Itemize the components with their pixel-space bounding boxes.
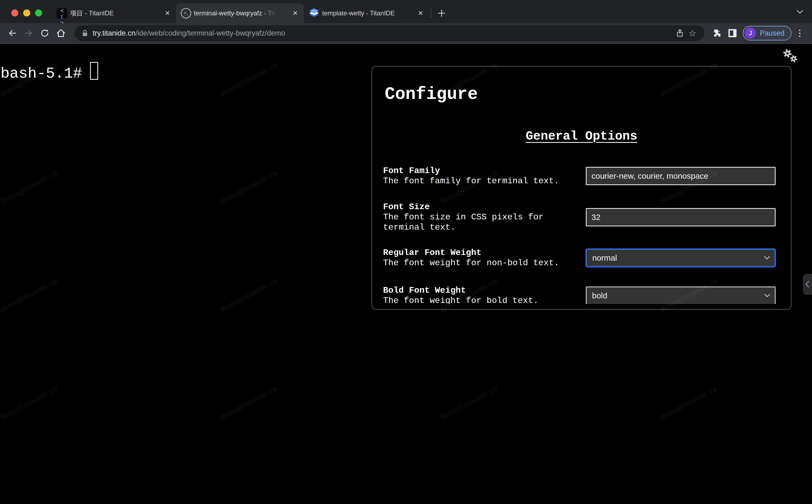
dialog-content: Configure General Options Font FamilyThe… xyxy=(372,67,791,304)
tab-search-button[interactable] xyxy=(795,8,804,17)
settings-button[interactable] xyxy=(781,48,800,65)
terminal-prompt: bash-5.1# xyxy=(1,65,82,82)
tab-template-wetty[interactable]: </> template-wetty - TitanIDE ✕ xyxy=(304,3,429,23)
chevron-left-icon xyxy=(804,280,810,288)
star-icon: ☆ xyxy=(689,28,696,38)
plus-icon xyxy=(437,9,446,18)
terminal-cursor xyxy=(90,62,98,80)
svg-text:</>: </> xyxy=(312,10,316,12)
tab-terminal-wetty[interactable]: >_ terminal-wetty-bwqryafz - Tita ✕ xyxy=(176,3,304,23)
browser-menu-button[interactable] xyxy=(794,27,805,40)
profile-status-badge: Paused xyxy=(760,29,785,37)
zoom-window-button[interactable] xyxy=(35,9,42,16)
field-row-regular-font-weight: Regular Font WeightThe font weight for n… xyxy=(383,248,776,268)
watermark-text: demo@titanide.cn xyxy=(218,276,279,314)
field-label-block: Regular Font WeightThe font weight for n… xyxy=(383,248,577,268)
field-row-font-family: Font FamilyThe font family for terminal … xyxy=(383,166,776,186)
watermark-text: demo@titanide.cn xyxy=(0,276,59,314)
share-icon xyxy=(676,29,684,37)
avatar: J xyxy=(745,27,756,39)
minimize-window-button[interactable] xyxy=(23,9,30,16)
field-select-bold-font-weight[interactable]: bold xyxy=(586,286,776,304)
terminal-circle-icon: >_ xyxy=(181,8,191,18)
share-button[interactable] xyxy=(674,27,686,39)
field-label: Font Size xyxy=(383,202,577,212)
tab-strip: <t> 项目 - TitanIDE ✕ >_ terminal-wetty-bw… xyxy=(0,0,812,23)
chevron-down-icon xyxy=(796,10,803,15)
watermark-text: demo@titanide.cn xyxy=(0,168,59,206)
address-bar[interactable]: try.titanide.cn/ide/web/coding/terminal-… xyxy=(74,25,704,41)
field-input-font-family[interactable] xyxy=(586,167,776,185)
tab-project-titanide[interactable]: <t> 项目 - TitanIDE ✕ xyxy=(52,3,176,23)
watermark-text: demo@titanide.cn xyxy=(0,384,59,422)
home-icon xyxy=(56,28,66,38)
close-tab-icon[interactable]: ✕ xyxy=(164,10,171,16)
tabs: <t> 项目 - TitanIDE ✕ >_ terminal-wetty-bw… xyxy=(52,3,449,23)
tab-title: template-wetty - TitanIDE xyxy=(322,9,395,17)
close-window-button[interactable] xyxy=(11,9,18,16)
kebab-dot xyxy=(799,36,800,37)
blue-layers-icon: </> xyxy=(309,8,319,19)
profile-chip[interactable]: J Paused xyxy=(743,26,792,40)
field-label-block: Bold Font WeightThe font weight for bold… xyxy=(383,285,577,304)
kebab-dot xyxy=(799,33,800,34)
lock-icon[interactable] xyxy=(81,29,88,37)
tab-title: 项目 - TitanIDE xyxy=(70,9,114,18)
home-button[interactable] xyxy=(54,26,68,40)
field-description: The font size in CSS pixels for terminal… xyxy=(383,212,577,233)
terminal-page: bash-5.1# Configure General Options Font… xyxy=(0,45,812,504)
terminal-prompt-line: bash-5.1# xyxy=(1,60,98,84)
browser-window: <t> 项目 - TitanIDE ✕ >_ terminal-wetty-bw… xyxy=(0,0,812,504)
dialog-title: Configure xyxy=(385,85,478,104)
chevron-down-icon xyxy=(764,294,770,298)
forward-button[interactable] xyxy=(22,26,36,40)
puzzle-icon xyxy=(713,29,722,38)
titanide-t-icon: <t> xyxy=(57,8,67,19)
field-label: Font Family xyxy=(383,166,577,176)
field-description: The font family for terminal text. xyxy=(383,176,577,186)
bookmark-button[interactable]: ☆ xyxy=(686,27,699,39)
arrow-left-icon xyxy=(8,28,17,38)
tab-divider xyxy=(431,8,431,18)
select-value: bold xyxy=(592,291,607,300)
url-path: /ide/web/coding/terminal-wetty-bwqryafz/… xyxy=(136,29,285,37)
url-host: try.titanide.cn xyxy=(93,29,136,37)
back-button[interactable] xyxy=(5,26,19,40)
watermark-text: demo@titanide.cn xyxy=(218,384,279,422)
field-control xyxy=(586,167,776,185)
field-label: Regular Font Weight xyxy=(383,248,577,258)
reload-button[interactable] xyxy=(38,26,52,40)
extensions-button[interactable] xyxy=(711,27,724,40)
tab-title: terminal-wetty-bwqryafz - Tita xyxy=(194,9,278,17)
dialog-fields: Font FamilyThe font family for terminal … xyxy=(383,164,776,304)
field-control xyxy=(586,208,776,226)
field-select-regular-font-weight[interactable]: normal xyxy=(586,249,776,267)
new-tab-button[interactable] xyxy=(435,6,449,20)
select-value: normal xyxy=(592,253,617,263)
field-description: The font weight for bold text. xyxy=(383,296,577,304)
field-control: bold xyxy=(586,286,776,304)
field-row-font-size: Font SizeThe font size in CSS pixels for… xyxy=(383,202,776,233)
watermark-text: demo@titanide.cn xyxy=(438,384,499,422)
field-label: Bold Font Weight xyxy=(383,285,577,296)
field-label-block: Font FamilyThe font family for terminal … xyxy=(383,166,577,186)
panel-collapse-handle[interactable] xyxy=(803,274,812,295)
close-tab-icon[interactable]: ✕ xyxy=(417,10,424,16)
watermark-text: demo@titanide.cn xyxy=(218,60,279,98)
double-gear-icon xyxy=(781,48,800,65)
side-panel-icon xyxy=(728,29,737,37)
close-tab-icon[interactable]: ✕ xyxy=(291,10,299,16)
field-input-font-size[interactable] xyxy=(586,208,776,226)
configure-dialog: Configure General Options Font FamilyThe… xyxy=(371,66,792,310)
chevron-down-icon xyxy=(764,256,770,260)
field-row-bold-font-weight: Bold Font WeightThe font weight for bold… xyxy=(383,285,776,304)
field-label-block: Font SizeThe font size in CSS pixels for… xyxy=(383,202,577,233)
dialog-section-title: General Options xyxy=(372,129,791,143)
watermark-text: demo@titanide.cn xyxy=(218,168,279,206)
reload-icon xyxy=(40,28,50,38)
field-control: normal xyxy=(586,249,776,267)
side-panel-button[interactable] xyxy=(726,27,739,40)
field-description: The font weight for non-bold text. xyxy=(383,258,577,268)
browser-toolbar: try.titanide.cn/ide/web/coding/terminal-… xyxy=(0,23,812,44)
window-controls xyxy=(11,9,42,16)
